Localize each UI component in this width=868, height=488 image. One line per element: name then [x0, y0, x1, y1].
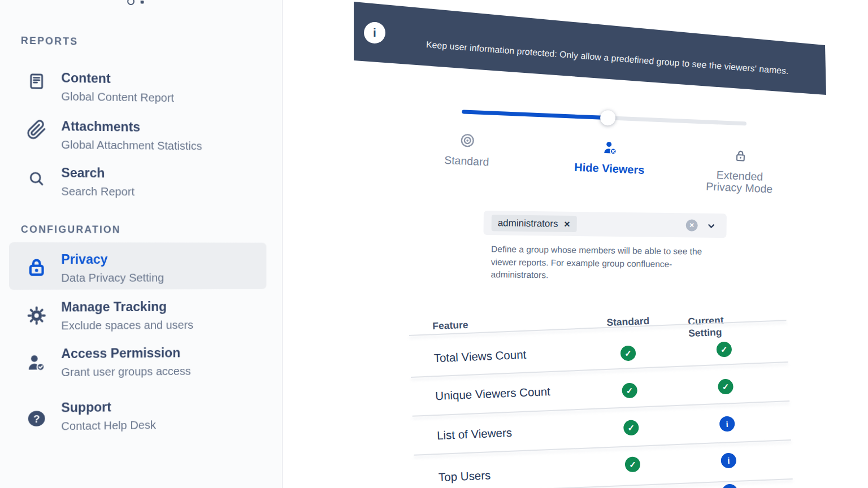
padlock-icon — [732, 147, 749, 166]
group-chip: administrators ✕ — [492, 215, 577, 232]
user-x-icon — [601, 140, 619, 159]
check-icon — [620, 345, 636, 361]
sidebar-item-title: Attachments — [61, 117, 202, 136]
check-icon — [718, 379, 734, 395]
svg-text:?: ? — [33, 413, 40, 425]
group-chip-label: administrators — [498, 217, 558, 229]
sidebar-item-subtitle: Grant user groups access — [61, 364, 190, 380]
check-icon — [716, 342, 732, 358]
paperclip-icon — [25, 119, 48, 141]
sidebar-item-subtitle: Data Privacy Setting — [61, 271, 164, 285]
info-icon[interactable] — [719, 416, 735, 432]
user-check-icon — [25, 352, 48, 373]
column-header-feature: Feature — [432, 319, 468, 333]
table-row-feature-name: Top Users — [439, 468, 491, 484]
sidebar-item-support[interactable]: ? Support Contact Help Desk — [25, 396, 268, 434]
slider-option-standard[interactable]: Standard — [415, 130, 518, 169]
gear-icon — [25, 305, 48, 326]
table-row-feature-name: Unique Viewers Count — [435, 385, 550, 403]
sidebar-item-title: Search — [61, 164, 134, 182]
sidebar-item-content[interactable]: Content Global Content Report — [25, 69, 268, 107]
check-icon — [623, 420, 639, 435]
info-icon: i — [364, 22, 385, 43]
slider-thumb[interactable] — [600, 110, 616, 126]
sidebar-item-subtitle: Search Report — [61, 184, 134, 199]
sidebar-item-title: Manage Tracking — [61, 298, 193, 316]
sidebar-item-title: Privacy — [61, 251, 164, 268]
sidebar-item-manage-tracking[interactable]: Manage Tracking Exclude spaces and users — [25, 298, 268, 333]
search-icon — [25, 168, 48, 189]
chip-remove-icon[interactable]: ✕ — [563, 219, 570, 228]
privacy-mode-slider: Standard Hide Viewers — [453, 103, 757, 220]
sidebar-content: REPORTS Content Global Content Report — [0, 0, 275, 488]
sidebar-item-subtitle: Contact Help Desk — [61, 417, 156, 433]
sidebar-item-attachments[interactable]: Attachments Global Attachment Statistics — [25, 117, 268, 154]
lock-icon — [25, 257, 48, 278]
slider-option-extended-privacy[interactable]: Extended Privacy Mode — [688, 146, 792, 195]
group-select-help-text: Define a group whose members will be abl… — [491, 243, 709, 284]
sidebar-item-access-permission[interactable]: Access Permission Grant user groups acce… — [25, 344, 268, 380]
clear-all-icon[interactable]: ✕ — [686, 219, 698, 231]
slider-track-fill — [462, 110, 612, 120]
eye-icon — [458, 132, 476, 151]
info-icon[interactable] — [721, 452, 736, 468]
app-window: REPORTS Content Global Content Report — [0, 0, 868, 488]
sidebar-item-title: Support — [61, 398, 156, 416]
sidebar-item-privacy[interactable]: Privacy Data Privacy Setting — [25, 251, 268, 285]
slider-option-label: Hide Viewers — [574, 162, 645, 176]
sidebar-item-subtitle: Global Content Report — [61, 89, 174, 106]
table-row-feature-name: List of Viewers — [437, 426, 513, 442]
question-icon: ? — [25, 408, 48, 429]
table-divider — [411, 361, 788, 377]
sidebar-item-title: Content — [61, 69, 174, 88]
slider-option-label: Extended Privacy Mode — [704, 168, 776, 195]
cutoff-item-remnant — [127, 0, 149, 6]
privacy-info-banner: i Keep user information protected: Only … — [353, 0, 827, 97]
chevron-down-icon[interactable] — [706, 220, 717, 232]
check-icon — [622, 382, 637, 398]
sidebar-item-title: Access Permission — [61, 345, 190, 363]
table-divider — [414, 439, 791, 455]
slider-option-label: Standard — [444, 154, 489, 168]
table-divider — [413, 400, 790, 416]
sidebar-item-subtitle: Global Attachment Statistics — [61, 137, 202, 153]
info-icon[interactable] — [722, 483, 737, 488]
sidebar-section-configuration: CONFIGURATION — [21, 224, 121, 236]
sidebar: REPORTS Content Global Content Report — [0, 0, 283, 488]
slider-option-hide-viewers[interactable]: Hide Viewers — [558, 138, 661, 177]
column-header-current-setting: Current Setting — [688, 313, 754, 339]
table-row-feature-name: Total Views Count — [433, 348, 527, 365]
viewer-group-select-block: administrators ✕ ✕ Define a group whose … — [483, 211, 732, 284]
feature-comparison-table: Feature Standard Current Setting Total V… — [408, 293, 796, 488]
sidebar-item-subtitle: Exclude spaces and users — [61, 317, 193, 333]
sidebar-item-search[interactable]: Search Search Report — [25, 164, 268, 199]
banner-text: Keep user information protected: Only al… — [426, 40, 821, 79]
check-icon — [624, 456, 640, 472]
group-select-field[interactable]: administrators ✕ ✕ — [483, 211, 726, 238]
document-icon — [25, 71, 48, 92]
sidebar-section-reports: REPORTS — [21, 35, 78, 48]
